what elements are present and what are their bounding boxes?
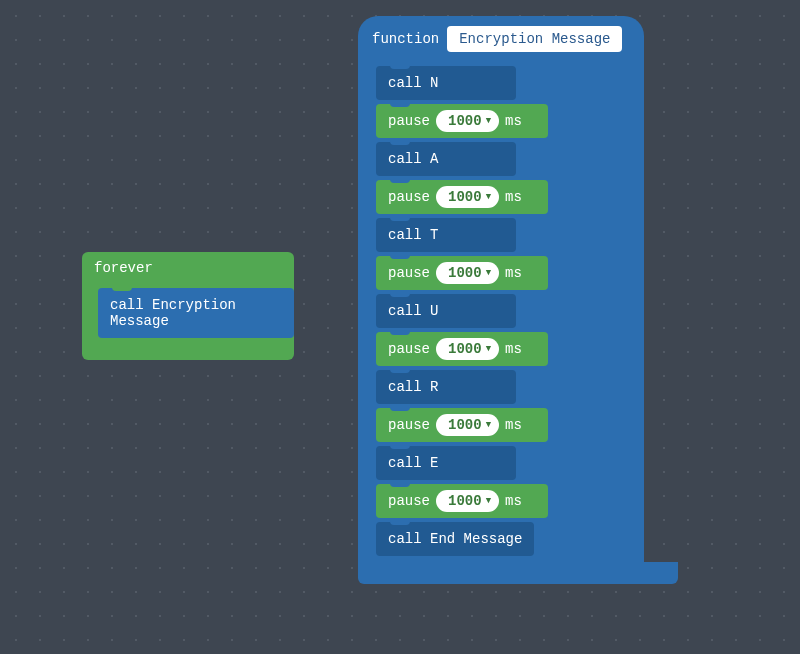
pause-unit: ms bbox=[505, 417, 522, 433]
chevron-down-icon: ▼ bbox=[486, 268, 491, 278]
pause-duration-value: 1000 bbox=[448, 341, 482, 357]
pause-block[interactable]: pause1000▼ms bbox=[376, 104, 548, 138]
call-text: call R bbox=[388, 379, 438, 395]
blocks-workspace[interactable]: forever call Encryption Message function… bbox=[0, 0, 800, 654]
call-block[interactable]: call A bbox=[376, 142, 516, 176]
pause-block[interactable]: pause1000▼ms bbox=[376, 256, 548, 290]
pause-duration-value: 1000 bbox=[448, 493, 482, 509]
pause-label: pause bbox=[388, 189, 430, 205]
chevron-down-icon: ▼ bbox=[486, 496, 491, 506]
call-text: call U bbox=[388, 303, 438, 319]
call-encryption-message-block[interactable]: call Encryption Message bbox=[98, 288, 294, 338]
call-block[interactable]: call R bbox=[376, 370, 516, 404]
pause-unit: ms bbox=[505, 341, 522, 357]
call-block[interactable]: call N bbox=[376, 66, 516, 100]
pause-block[interactable]: pause1000▼ms bbox=[376, 180, 548, 214]
pause-duration-value: 1000 bbox=[448, 417, 482, 433]
pause-unit: ms bbox=[505, 189, 522, 205]
call-text: call T bbox=[388, 227, 438, 243]
pause-unit: ms bbox=[505, 113, 522, 129]
function-keyword: function bbox=[372, 31, 439, 47]
function-definition-block[interactable]: function Encryption Message call Npause1… bbox=[358, 16, 644, 584]
chevron-down-icon: ▼ bbox=[486, 344, 491, 354]
call-text: call A bbox=[388, 151, 438, 167]
call-block[interactable]: call E bbox=[376, 446, 516, 480]
pause-duration-dropdown[interactable]: 1000▼ bbox=[436, 110, 499, 132]
pause-label: pause bbox=[388, 265, 430, 281]
pause-block[interactable]: pause1000▼ms bbox=[376, 484, 548, 518]
chevron-down-icon: ▼ bbox=[486, 420, 491, 430]
pause-unit: ms bbox=[505, 265, 522, 281]
pause-duration-value: 1000 bbox=[448, 189, 482, 205]
call-block[interactable]: call T bbox=[376, 218, 516, 252]
pause-label: pause bbox=[388, 417, 430, 433]
pause-duration-value: 1000 bbox=[448, 113, 482, 129]
function-bottom bbox=[358, 562, 678, 584]
function-name-field[interactable]: Encryption Message bbox=[447, 26, 622, 52]
function-body: call Npause1000▼mscall Apause1000▼mscall… bbox=[358, 62, 644, 562]
chevron-down-icon: ▼ bbox=[486, 192, 491, 202]
function-hat[interactable]: function Encryption Message bbox=[358, 16, 644, 62]
pause-duration-dropdown[interactable]: 1000▼ bbox=[436, 414, 499, 436]
pause-duration-dropdown[interactable]: 1000▼ bbox=[436, 490, 499, 512]
pause-duration-dropdown[interactable]: 1000▼ bbox=[436, 186, 499, 208]
forever-block[interactable]: forever call Encryption Message bbox=[82, 252, 294, 360]
pause-duration-dropdown[interactable]: 1000▼ bbox=[436, 338, 499, 360]
call-text: call E bbox=[388, 455, 438, 471]
call-label: call Encryption Message bbox=[110, 297, 236, 329]
pause-duration-dropdown[interactable]: 1000▼ bbox=[436, 262, 499, 284]
forever-label: forever bbox=[94, 260, 153, 276]
pause-unit: ms bbox=[505, 493, 522, 509]
forever-hat[interactable]: forever bbox=[82, 252, 294, 284]
call-text: call End Message bbox=[388, 531, 522, 547]
pause-label: pause bbox=[388, 493, 430, 509]
forever-body: call Encryption Message bbox=[82, 284, 294, 342]
forever-bottom bbox=[82, 342, 294, 360]
pause-duration-value: 1000 bbox=[448, 265, 482, 281]
pause-block[interactable]: pause1000▼ms bbox=[376, 408, 548, 442]
call-text: call N bbox=[388, 75, 438, 91]
call-block[interactable]: call End Message bbox=[376, 522, 534, 556]
chevron-down-icon: ▼ bbox=[486, 116, 491, 126]
pause-label: pause bbox=[388, 113, 430, 129]
pause-label: pause bbox=[388, 341, 430, 357]
pause-block[interactable]: pause1000▼ms bbox=[376, 332, 548, 366]
call-block[interactable]: call U bbox=[376, 294, 516, 328]
